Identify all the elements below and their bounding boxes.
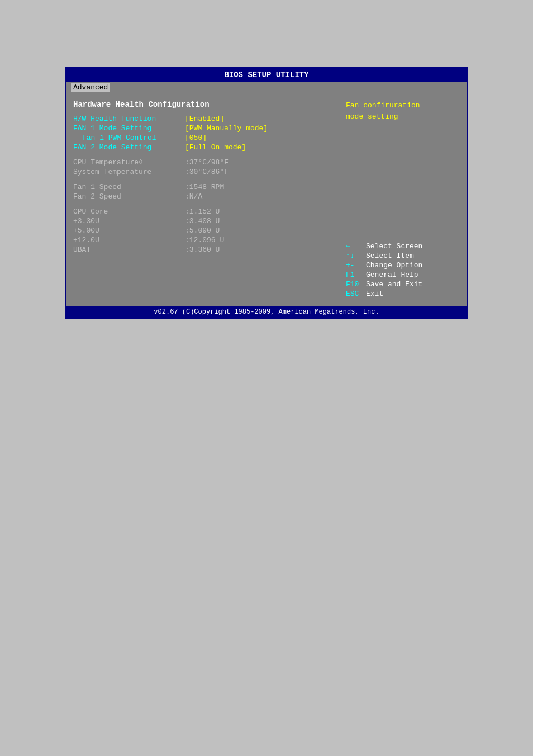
legend-desc-save-exit: Save and Exit [366, 280, 422, 289]
bios-title-bar: BIOS SETUP UTILITY [66, 68, 467, 82]
fan1-pwm-row[interactable]: Fan 1 PWM Control [050] [73, 134, 335, 142]
legend-general-help: F1 General Help [346, 271, 460, 279]
v330-label: +3.30U [73, 217, 185, 225]
legend-key-updown: ↑↓ [346, 252, 366, 260]
fan1-speed-row: Fan 1 Speed :1548 RPM [73, 183, 335, 191]
cpu-temp-label: CPU Temperature◊ [73, 158, 185, 167]
cpu-temp-value: :37°C/98°F [185, 158, 229, 167]
sys-temp-label: System Temperature [73, 168, 185, 176]
cpu-core-label: CPU Core [73, 207, 185, 216]
legend-key-f1: F1 [346, 271, 366, 279]
v500-label: +5.00U [73, 226, 185, 235]
bios-title: BIOS SETUP UTILITY [224, 70, 308, 79]
fan1-mode-row[interactable]: FAN 1 Mode Setting [PWM Manually mode] [73, 124, 335, 133]
sys-temp-value: :30°C/86°F [185, 168, 229, 176]
v330-value: :3.408 U [185, 217, 220, 225]
v120-value: :12.096 U [185, 236, 224, 244]
legend-key-plusminus: +- [346, 261, 366, 270]
legend-key-arrow: ← [346, 242, 366, 251]
hw-health-label: H/W Health Function [73, 115, 185, 123]
fan1-mode-label: FAN 1 Mode Setting [73, 124, 185, 133]
legend-key-f10: F10 [346, 280, 366, 289]
fan1-pwm-label: Fan 1 PWM Control [73, 134, 185, 142]
bios-footer: v02.67 (C)Copyright 1985-2009, American … [66, 306, 467, 318]
legend-select-screen: ← Select Screen [346, 242, 460, 251]
legend-save-exit: F10 Save and Exit [346, 280, 460, 289]
hw-health-row[interactable]: H/W Health Function [Enabled] [73, 115, 335, 123]
hw-health-value: [Enabled] [185, 115, 224, 123]
v120-label: +12.0U [73, 236, 185, 244]
fan2-mode-value: [Full On mode] [185, 143, 246, 152]
legend-key-esc: ESC [346, 290, 366, 298]
legend-select-item: ↑↓ Select Item [346, 252, 460, 260]
legend-desc-exit: Exit [366, 290, 383, 298]
v330-row: +3.30U :3.408 U [73, 217, 335, 225]
fan2-mode-label: FAN 2 Mode Setting [73, 143, 185, 152]
bios-content-area: Hardware Health Configuration H/W Health… [66, 93, 467, 306]
v500-row: +5.00U :5.090 U [73, 226, 335, 235]
legend-desc-select-screen: Select Screen [366, 242, 422, 251]
fan1-pwm-value: [050] [185, 134, 207, 142]
legend-desc-general-help: General Help [366, 271, 418, 279]
vbat-row: UBAT :3.360 U [73, 245, 335, 254]
vbat-value: :3.360 U [185, 245, 220, 254]
fan2-speed-label: Fan 2 Speed [73, 192, 185, 201]
legend-change-option: +- Change Option [346, 261, 460, 270]
bios-nav-bar: Advanced [66, 82, 467, 93]
legend-desc-select-item: Select Item [366, 252, 414, 260]
fan2-mode-row[interactable]: FAN 2 Mode Setting [Full On mode] [73, 143, 335, 152]
legend-exit: ESC Exit [346, 290, 460, 298]
nav-tab-advanced[interactable]: Advanced [71, 83, 110, 92]
cpu-temp-row: CPU Temperature◊ :37°C/98°F [73, 158, 335, 167]
vbat-label: UBAT [73, 245, 185, 254]
footer-text: v02.67 (C)Copyright 1985-2009, American … [154, 308, 379, 316]
help-text: Fan confiruration mode setting [346, 100, 460, 122]
fan1-speed-value: :1548 RPM [185, 183, 224, 191]
sys-temp-row: System Temperature :30°C/86°F [73, 168, 335, 176]
main-panel: Hardware Health Configuration H/W Health… [69, 96, 339, 304]
section-title: Hardware Health Configuration [73, 100, 335, 109]
bios-window: BIOS SETUP UTILITY Advanced Hardware Hea… [65, 67, 468, 319]
v500-value: :5.090 U [185, 226, 220, 235]
fan1-mode-value: [PWM Manually mode] [185, 124, 268, 133]
v120-row: +12.0U :12.096 U [73, 236, 335, 244]
legend-desc-change-option: Change Option [366, 261, 422, 270]
fan2-speed-row: Fan 2 Speed :N/A [73, 192, 335, 201]
legend-area: ← Select Screen ↑↓ Select Item +- Change… [346, 242, 460, 299]
cpu-core-value: :1.152 U [185, 207, 220, 216]
cpu-core-row: CPU Core :1.152 U [73, 207, 335, 216]
fan2-speed-value: :N/A [185, 192, 202, 201]
side-panel: Fan confiruration mode setting ← Select … [341, 96, 464, 304]
fan1-speed-label: Fan 1 Speed [73, 183, 185, 191]
